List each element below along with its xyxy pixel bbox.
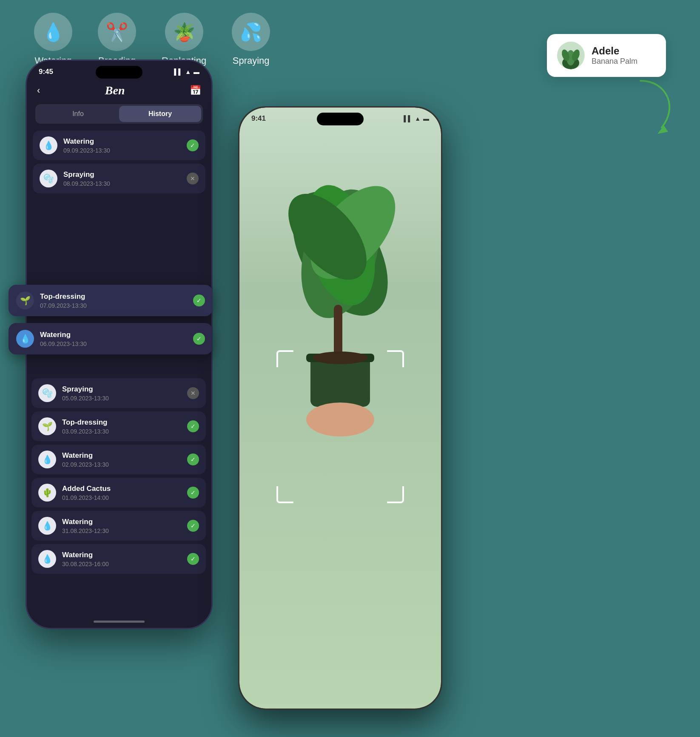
- item-title: Added Cactus: [62, 485, 181, 493]
- status-icons-right: ▌▌ ▲ ▬: [404, 115, 429, 122]
- item-date: 01.09.2023-14:00: [62, 494, 181, 501]
- battery-icon-right: ▬: [423, 115, 429, 122]
- adele-info: Adele Banana Palm: [592, 45, 637, 66]
- item-date: 31.08.2023-12:30: [62, 527, 181, 534]
- floating-date-watering: 06.09.2023-13:30: [40, 340, 187, 347]
- item-check: ✓: [187, 520, 199, 532]
- tab-info[interactable]: Info: [37, 106, 119, 122]
- signal-icon-right: ▌▌: [404, 115, 412, 122]
- scan-corner-br: [387, 486, 404, 503]
- icon-item-replanting[interactable]: 🪴 Replanting: [162, 13, 206, 66]
- floating-icon-topdressing: 🌱: [16, 292, 34, 309]
- wifi-icon: ▲: [185, 68, 191, 75]
- item-date: 03.09.2023-13:30: [62, 428, 181, 435]
- item-check: ✓: [187, 420, 199, 432]
- status-time-left: 9:45: [39, 68, 53, 76]
- list-item[interactable]: 💧 Watering 09.09.2023-13:30 ✓: [33, 130, 205, 160]
- adele-card: Adele Banana Palm: [547, 34, 666, 77]
- item-title: Watering: [62, 451, 181, 460]
- floating-check-watering: ✓: [193, 333, 205, 345]
- list-item[interactable]: 🫧 Spraying 05.09.2023-13:30 ✕: [31, 378, 206, 408]
- adele-avatar: [557, 42, 585, 69]
- adele-name: Adele: [592, 45, 637, 57]
- item-icon: 💧: [38, 451, 56, 468]
- list-item[interactable]: 💧 Watering 30.08.2023-16:00 ✓: [31, 544, 206, 574]
- floating-content-watering: Watering 06.09.2023-13:30: [40, 331, 187, 347]
- scan-corner-bl: [276, 486, 293, 503]
- item-date: 08.09.2023-13:30: [63, 180, 181, 187]
- item-check-green: ✓: [187, 139, 199, 151]
- calendar-button[interactable]: 📅: [190, 85, 201, 96]
- item-date: 09.09.2023-13:30: [63, 147, 181, 154]
- history-list-continued: 🫧 Spraying 05.09.2023-13:30 ✕ 🌱 Top-dres…: [31, 378, 206, 574]
- status-icons-left: ▌▌ ▲ ▬: [174, 68, 199, 75]
- adele-plant: Banana Palm: [592, 57, 637, 66]
- list-item[interactable]: 🌱 Top-dressing 03.09.2023-13:30 ✓: [31, 411, 206, 441]
- scan-corner-tr: [387, 350, 404, 367]
- status-time-right: 9:41: [251, 114, 266, 123]
- dynamic-island-right: [317, 113, 364, 125]
- item-check: ✓: [187, 487, 199, 499]
- spraying-label: Spraying: [233, 55, 270, 66]
- item-icon: 💧: [38, 550, 56, 568]
- item-date: 05.09.2023-13:30: [62, 395, 181, 402]
- item-content: Spraying 08.09.2023-13:30: [63, 170, 181, 187]
- item-check-x: ✕: [187, 173, 199, 184]
- item-title: Spraying: [63, 170, 181, 179]
- svg-rect-5: [334, 305, 342, 356]
- item-icon-spraying: 🫧: [40, 170, 57, 187]
- curved-arrow: [632, 72, 683, 136]
- item-icon: 💧: [38, 517, 56, 535]
- breeding-icon: ✂️: [98, 13, 136, 51]
- floating-item-watering[interactable]: 💧 Watering 06.09.2023-13:30 ✓: [9, 323, 213, 354]
- back-button[interactable]: ‹: [37, 85, 40, 96]
- app-header: ‹ Ben 📅: [27, 79, 211, 104]
- floating-title-watering: Watering: [40, 331, 187, 339]
- signal-icon: ▌▌: [174, 68, 182, 75]
- item-icon-watering: 💧: [40, 136, 57, 154]
- replanting-icon: 🪴: [165, 13, 203, 51]
- plant-display-area: [239, 126, 441, 709]
- list-item[interactable]: 🌵 Added Cactus 01.09.2023-14:00 ✓: [31, 478, 206, 507]
- top-icons-row: 💧 Watering ✂️ Breeding 🪴 Replanting 💦 Sp…: [34, 13, 270, 66]
- history-list: 💧 Watering 09.09.2023-13:30 ✓ 🫧 Spraying…: [27, 130, 211, 193]
- floating-content-topdressing: Top-dressing 07.09.2023-13:30: [40, 292, 187, 309]
- item-check: ✓: [187, 553, 199, 565]
- battery-icon: ▬: [193, 68, 199, 75]
- floating-check-topdressing: ✓: [193, 295, 205, 306]
- item-icon: 🫧: [38, 384, 56, 402]
- list-item[interactable]: 💧 Watering 31.08.2023-12:30 ✓: [31, 511, 206, 541]
- phone-right: 9:41 ▌▌ ▲ ▬: [238, 106, 442, 710]
- list-item[interactable]: 💧 Watering 02.09.2023-13:30 ✓: [31, 445, 206, 474]
- item-icon: 🌵: [38, 484, 56, 502]
- item-title: Top-dressing: [62, 418, 181, 427]
- floating-icon-watering: 💧: [16, 330, 34, 348]
- icon-item-breeding[interactable]: ✂️ Breeding: [98, 13, 136, 66]
- dynamic-island-left: [96, 66, 142, 79]
- floating-item-topdressing[interactable]: 🌱 Top-dressing 07.09.2023-13:30 ✓: [9, 285, 213, 316]
- item-title: Spraying: [62, 385, 181, 394]
- item-check: ✕: [187, 387, 199, 399]
- scan-frame: [276, 350, 404, 503]
- icon-item-spraying[interactable]: 💦 Spraying: [232, 13, 270, 66]
- icon-item-watering[interactable]: 💧 Watering: [34, 13, 72, 66]
- spraying-icon: 💦: [232, 13, 270, 51]
- floating-date-topdressing: 07.09.2023-13:30: [40, 302, 187, 309]
- item-date: 02.09.2023-13:30: [62, 461, 181, 468]
- item-icon: 🌱: [38, 417, 56, 435]
- item-content: Watering 09.09.2023-13:30: [63, 137, 181, 154]
- scan-corner-tl: [276, 350, 293, 367]
- home-indicator-left: [94, 621, 145, 623]
- item-check: ✓: [187, 454, 199, 465]
- item-date: 30.08.2023-16:00: [62, 561, 181, 567]
- tab-history[interactable]: History: [119, 106, 201, 122]
- item-title: Watering: [62, 551, 181, 559]
- item-title: Watering: [63, 137, 181, 146]
- item-title: Watering: [62, 518, 181, 526]
- floating-title-topdressing: Top-dressing: [40, 292, 187, 301]
- tab-bar: Info History: [35, 104, 203, 124]
- watering-icon: 💧: [34, 13, 72, 51]
- list-item[interactable]: 🫧 Spraying 08.09.2023-13:30 ✕: [33, 164, 205, 193]
- wifi-icon-right: ▲: [415, 115, 421, 122]
- app-title: Ben: [105, 84, 125, 97]
